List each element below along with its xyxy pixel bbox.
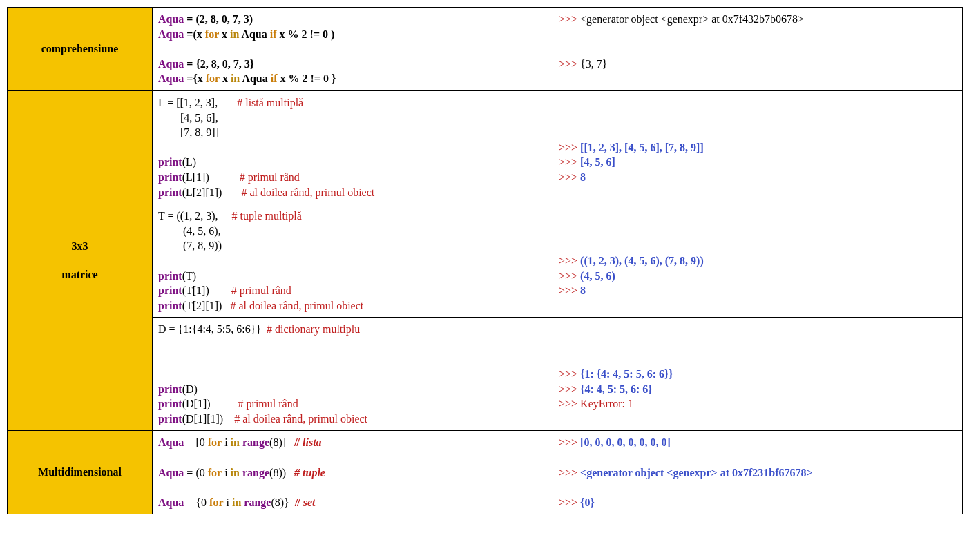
- row3-code: Aqua = [0 for i in range(8)] # lista Aqu…: [153, 431, 553, 514]
- row2-header: 3x3matrice: [8, 90, 153, 430]
- row2-tuple-output: >>> ((1, 2, 3), (4, 5, 6), (7, 8, 9)) >>…: [553, 204, 963, 318]
- row-comprehensiune: comprehensiune Aqua = (2, 8, 0, 7, 3) Aq…: [8, 8, 963, 91]
- row2-dict-output: >>> {1: {4: 4, 5: 5, 6: 6}} >>> {4: 4, 5…: [553, 318, 963, 431]
- row1-code: Aqua = (2, 8, 0, 7, 3) Aqua =(x for x in…: [153, 8, 553, 91]
- row3-header: Multidimensional: [8, 431, 153, 514]
- row1-output: >>> <generator object <genexpr> at 0x7f4…: [553, 8, 963, 91]
- row2-list-code: L = [[1, 2, 3], # listă multiplă [4, 5, …: [153, 90, 553, 204]
- row-multidimensional: Multidimensional Aqua = [0 for i in rang…: [8, 431, 963, 514]
- row2-list-output: >>> [[1, 2, 3], [4, 5, 6], [7, 8, 9]] >>…: [553, 90, 963, 204]
- row2-dict-code: D = {1:{4:4, 5:5, 6:6}} # dictionary mul…: [153, 318, 553, 431]
- row2-tuple-code: T = ((1, 2, 3), # tuple multiplă (4, 5, …: [153, 204, 553, 318]
- row-matrice-list: 3x3matrice L = [[1, 2, 3], # listă multi…: [8, 90, 963, 204]
- row1-header: comprehensiune: [8, 8, 153, 91]
- python-reference-table: comprehensiune Aqua = (2, 8, 0, 7, 3) Aq…: [7, 7, 963, 514]
- row3-output: >>> [0, 0, 0, 0, 0, 0, 0, 0] >>> <genera…: [553, 431, 963, 514]
